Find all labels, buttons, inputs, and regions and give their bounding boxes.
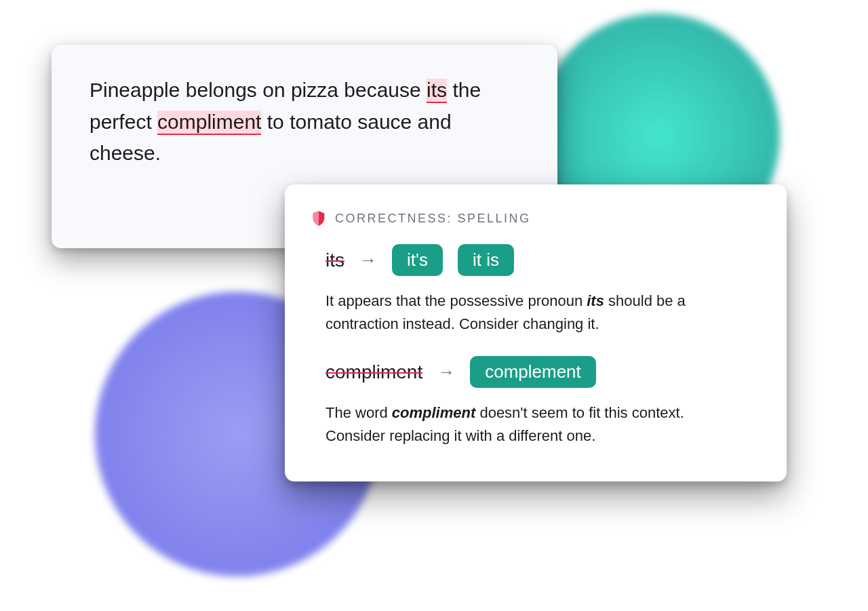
fix-explanation-compliment: The word compliment doesn't seem to fit … — [326, 401, 746, 448]
editor-text[interactable]: Pineapple belongs on pizza because its t… — [90, 75, 524, 170]
fix-row-compliment: compliment → complement — [326, 356, 754, 388]
suggestion-card: CORRECTNESS: SPELLING its → it's it is I… — [285, 184, 787, 481]
suggestion-chip-complement[interactable]: complement — [470, 356, 596, 388]
arrow-right-icon: → — [437, 361, 455, 382]
suggestion-chip-its-apostrophe[interactable]: it's — [392, 244, 443, 276]
original-word: compliment — [326, 361, 422, 383]
original-word: its — [326, 250, 344, 271]
shield-icon — [312, 210, 326, 226]
arrow-right-icon: → — [359, 250, 377, 271]
error-highlight-compliment[interactable]: compliment — [157, 111, 261, 135]
fix-row-its: its → it's it is — [326, 244, 754, 276]
error-highlight-its[interactable]: its — [427, 79, 447, 103]
suggestion-category: CORRECTNESS: SPELLING — [312, 210, 754, 226]
text-segment: Pineapple belongs on pizza because — [90, 79, 427, 101]
fix-explanation-its: It appears that the possessive pronoun i… — [326, 290, 746, 336]
suggestion-chip-it-is[interactable]: it is — [458, 244, 514, 276]
suggestion-category-label: CORRECTNESS: SPELLING — [335, 212, 531, 226]
